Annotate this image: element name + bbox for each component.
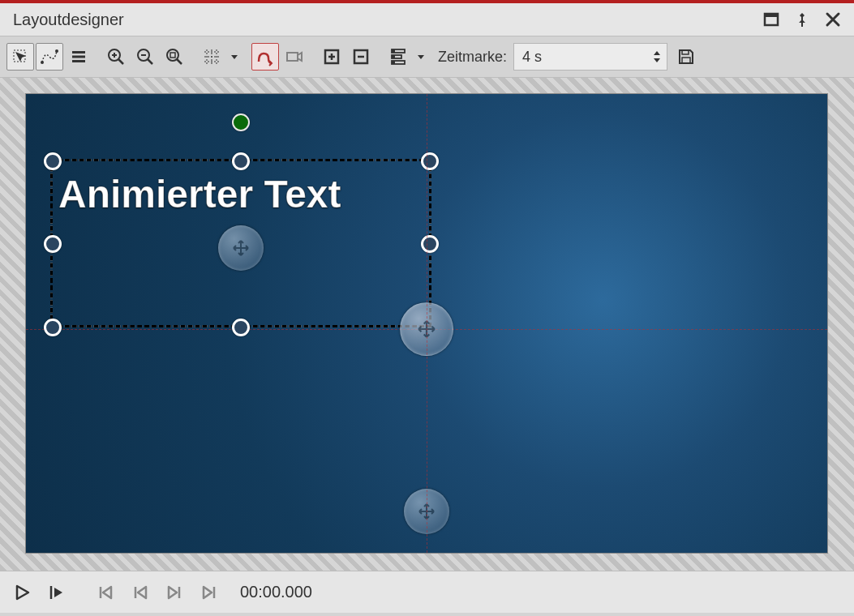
spinner-icon[interactable] (652, 49, 662, 64)
pin-icon[interactable] (794, 11, 810, 28)
svg-rect-18 (170, 53, 175, 58)
zoom-fit-button[interactable] (161, 43, 188, 71)
rotate-handle[interactable] (232, 113, 250, 131)
svg-rect-37 (682, 50, 689, 54)
next-frame-button[interactable] (161, 579, 188, 606)
align-dropdown-button[interactable] (414, 43, 428, 71)
close-icon[interactable] (825, 11, 841, 28)
move-anchor-center[interactable] (400, 302, 453, 356)
camera-button[interactable] (281, 43, 308, 71)
timecode-display: 00:00.000 (240, 583, 312, 601)
svg-rect-8 (72, 60, 85, 62)
zeitmarke-value: 4 s (522, 49, 542, 66)
animated-text-object[interactable]: Animierter Text (58, 172, 341, 216)
move-anchor-bottom[interactable] (404, 489, 449, 534)
index-tool-button[interactable] (65, 43, 92, 71)
svg-line-17 (177, 59, 182, 64)
resize-handle-e[interactable] (421, 235, 439, 253)
path-tool-button[interactable] (36, 43, 63, 71)
svg-point-4 (41, 61, 44, 64)
windowshade-icon[interactable] (763, 11, 779, 28)
title-bar: Layoutdesigner (0, 0, 854, 36)
zeitmarke-label: Zeitmarke: (438, 49, 507, 66)
skip-end-button[interactable] (195, 579, 222, 606)
motion-path-button[interactable] (251, 43, 279, 71)
resize-handle-s[interactable] (232, 319, 250, 336)
play-button[interactable] (8, 579, 36, 606)
zeitmarke-input[interactable]: 4 s (513, 43, 667, 71)
playback-bar: 00:00.000 (0, 571, 854, 613)
keyframe-remove-button[interactable] (347, 43, 375, 71)
svg-rect-32 (392, 49, 395, 53)
canvas[interactable]: Animierter Text (26, 94, 827, 553)
grid-button[interactable] (198, 43, 225, 71)
resize-handle-nw[interactable] (44, 152, 62, 170)
zoom-in-button[interactable] (102, 43, 130, 71)
svg-point-16 (167, 49, 178, 61)
svg-rect-6 (72, 51, 85, 53)
svg-point-5 (55, 49, 58, 53)
resize-handle-n[interactable] (232, 152, 250, 170)
align-button[interactable] (384, 43, 412, 71)
skip-start-button[interactable] (92, 579, 120, 606)
svg-rect-38 (682, 58, 690, 63)
resize-handle-sw[interactable] (44, 319, 62, 336)
svg-line-10 (118, 59, 123, 64)
svg-line-14 (148, 59, 152, 64)
save-button[interactable] (672, 43, 700, 71)
grid-dropdown-button[interactable] (227, 43, 242, 71)
svg-rect-25 (287, 53, 298, 61)
play-from-cursor-button[interactable] (42, 579, 70, 606)
window-title: Layoutdesigner (13, 11, 124, 29)
svg-rect-34 (392, 55, 395, 58)
svg-rect-36 (392, 61, 395, 64)
select-tool-button[interactable] (6, 43, 34, 71)
prev-frame-button[interactable] (127, 579, 154, 606)
svg-rect-1 (765, 14, 778, 17)
svg-rect-7 (72, 56, 85, 58)
zoom-out-button[interactable] (131, 43, 159, 71)
keyframe-add-button[interactable] (318, 43, 345, 71)
canvas-area: Animierter Text (0, 78, 854, 571)
resize-handle-ne[interactable] (421, 152, 439, 170)
toolbar: Zeitmarke: 4 s (0, 36, 854, 78)
resize-handle-w[interactable] (44, 235, 62, 253)
move-anchor-object[interactable] (218, 225, 264, 271)
